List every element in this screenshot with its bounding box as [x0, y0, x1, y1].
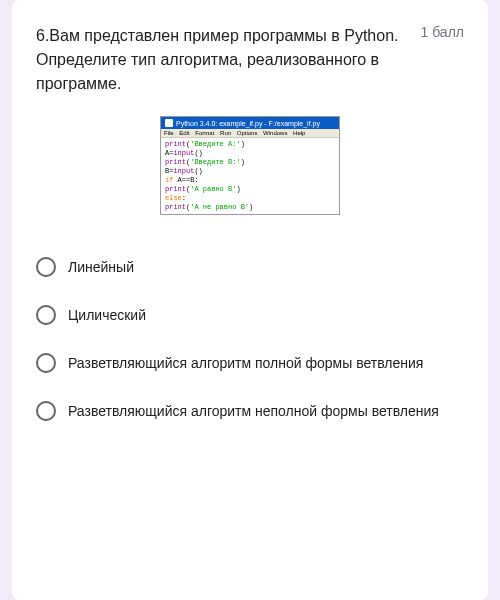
code-body: print('Введите A:')A=input()print('Введи…	[161, 138, 339, 214]
radio-icon	[36, 401, 56, 421]
python-icon	[165, 119, 173, 127]
option-0[interactable]: Линейный	[36, 247, 464, 287]
option-label: Цилический	[68, 305, 146, 325]
code-screenshot: Python 3.4.0: example_if.py - F:/example…	[36, 116, 464, 215]
radio-icon	[36, 353, 56, 373]
option-1[interactable]: Цилический	[36, 295, 464, 335]
question-header: 6.Вам представлен пример программы в Pyt…	[36, 24, 464, 96]
menu-item: Edit	[179, 130, 189, 136]
code-window: Python 3.4.0: example_if.py - F:/example…	[160, 116, 340, 215]
options-group: Линейный Цилический Разветвляющийся алго…	[36, 247, 464, 431]
radio-icon	[36, 257, 56, 277]
option-label: Линейный	[68, 257, 134, 277]
code-menu-bar: File Edit Format Run Options Windows Hel…	[161, 129, 339, 138]
menu-item: Help	[293, 130, 305, 136]
radio-icon	[36, 305, 56, 325]
menu-item: Run	[220, 130, 231, 136]
question-text: 6.Вам представлен пример программы в Pyt…	[36, 24, 405, 96]
menu-item: Windows	[263, 130, 287, 136]
menu-item: File	[164, 130, 174, 136]
menu-item: Options	[237, 130, 258, 136]
option-2[interactable]: Разветвляющийся алгоритм полной формы ве…	[36, 343, 464, 383]
question-card: 6.Вам представлен пример программы в Pyt…	[12, 0, 488, 600]
option-label: Разветвляющийся алгоритм полной формы ве…	[68, 353, 423, 373]
option-label: Разветвляющийся алгоритм неполной формы …	[68, 401, 439, 421]
window-title: Python 3.4.0: example_if.py - F:/example…	[176, 120, 320, 127]
menu-item: Format	[195, 130, 214, 136]
points-label: 1 балл	[421, 24, 465, 40]
option-3[interactable]: Разветвляющийся алгоритм неполной формы …	[36, 391, 464, 431]
code-title-bar: Python 3.4.0: example_if.py - F:/example…	[161, 117, 339, 129]
